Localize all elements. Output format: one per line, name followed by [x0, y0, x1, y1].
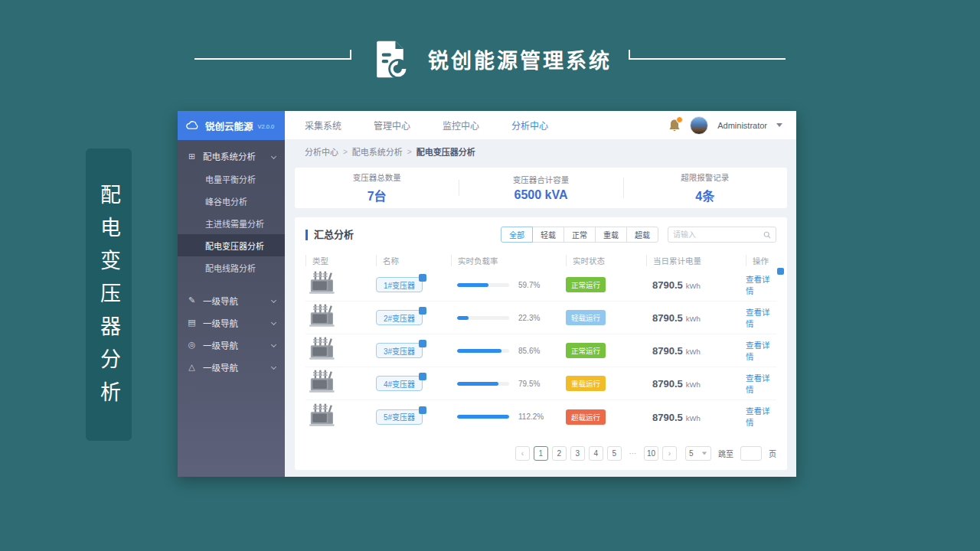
page-banner: 锐创能源管理系统 [0, 32, 980, 86]
view-details-link[interactable]: 查看详情 [746, 306, 776, 329]
sidebar-logo: 锐创云能源 V2.0.0 [178, 111, 285, 140]
notification-bell-icon[interactable] [668, 119, 681, 132]
status-badge: 超载运行 [566, 409, 606, 425]
transformer-name-chip[interactable]: 4#变压器 [376, 376, 423, 391]
energy-value: 8790.5 [652, 412, 683, 423]
chevron-down-icon [702, 452, 707, 455]
vertical-page-label-text: 配电变压器分析 [86, 176, 132, 414]
edit-icon: ✎ [187, 295, 197, 305]
sidebar-nav-4[interactable]: △ 一级导航 [178, 356, 285, 378]
transformer-name-chip[interactable]: 3#变压器 [376, 343, 423, 358]
cloud-icon [185, 120, 201, 131]
energy-value: 8790.5 [652, 279, 683, 291]
sidebar-nav-1[interactable]: ✎ 一级导航 [178, 289, 285, 311]
vertical-page-label: 配电变压器分析 [86, 148, 132, 441]
breadcrumb-item[interactable]: 分析中心 [305, 145, 338, 158]
energy-unit: kWh [686, 380, 701, 389]
main-content: 分析中心 > 配电系统分析 > 配电变压器分析 变压器总数量 7台 变压器合计容… [285, 140, 796, 477]
stat-total-capacity: 变压器合计容量 6500 kVA [459, 174, 622, 202]
col-header-status: 实时状态 [566, 255, 646, 266]
sidebar-item-main-line-demand[interactable]: 主进线需量分析 [178, 212, 285, 234]
search-input[interactable] [673, 230, 763, 239]
chevron-down-icon [271, 364, 276, 370]
page-suffix-label: 页 [769, 448, 776, 459]
check-circle-icon: ◎ [187, 340, 197, 350]
load-percentage: 79.5% [518, 380, 540, 388]
load-percentage: 112.2% [518, 412, 544, 421]
col-header-action: 操作 [746, 255, 776, 266]
col-header-name: 名称 [376, 255, 451, 266]
chart-badge-icon [777, 268, 784, 275]
pagination-page-4[interactable]: 4 [589, 446, 603, 461]
chart-badge-icon [419, 373, 426, 380]
app-window: 锐创云能源 V2.0.0 ⊞ 配电系统分析 电量平衡分析 峰谷电分析 主进线需量… [178, 111, 796, 477]
load-progress-bar [457, 316, 509, 320]
col-header-load: 实时负载率 [451, 255, 566, 266]
tab-monitoring-center[interactable]: 监控中心 [443, 119, 479, 132]
table-row: 1#变压器 59.7% 正常运行 8790.5kWh 查看详情 [305, 269, 776, 302]
table-row: 3#变压器 85.6% 正常运行 8790.5kWh 查看详情 [305, 334, 776, 367]
banner-line-left [194, 58, 351, 60]
col-header-energy: 当日累计电量 [646, 255, 746, 266]
chevron-down-icon [271, 153, 276, 158]
pagination-page-10[interactable]: 10 [644, 446, 658, 461]
breadcrumb-item[interactable]: 配电系统分析 [352, 145, 403, 158]
view-details-link[interactable]: 查看详情 [746, 372, 776, 395]
tab-analysis-center[interactable]: 分析中心 [511, 119, 548, 132]
sidebar-nav-2[interactable]: ▤ 一级导航 [178, 311, 285, 334]
banner-line-right [629, 58, 786, 60]
transformer-image [307, 267, 339, 299]
breadcrumb-separator: > [407, 148, 412, 156]
page-size-select[interactable]: 5 [685, 446, 711, 461]
pagination-page-3[interactable]: 3 [570, 446, 585, 461]
breadcrumb: 分析中心 > 配电系统分析 > 配电变压器分析 [285, 140, 796, 163]
col-header-type: 类型 [305, 255, 376, 266]
energy-value: 8790.5 [652, 312, 683, 324]
pagination-page-1[interactable]: 1 [534, 446, 548, 461]
jump-page-input[interactable] [740, 446, 762, 461]
load-progress-bar [457, 349, 509, 353]
filter-normal[interactable]: 正常 [564, 227, 596, 243]
sidebar-item-peak-valley[interactable]: 峰谷电分析 [178, 190, 285, 212]
breadcrumb-current: 配电变压器分析 [416, 145, 475, 158]
filter-all[interactable]: 全部 [501, 227, 533, 243]
pagination-next-button[interactable]: › [662, 446, 677, 461]
transformer-image [307, 300, 339, 332]
filter-light-load[interactable]: 轻载 [532, 227, 564, 243]
table-row: 5#变压器 112.2% 超载运行 8790.5kWh 查看详情 [305, 400, 776, 433]
view-details-link[interactable]: 查看详情 [746, 339, 776, 362]
stat-transformer-count: 变压器总数量 7台 [295, 171, 459, 204]
view-details-link[interactable]: 查看详情 [746, 273, 776, 296]
avatar[interactable] [690, 116, 708, 135]
user-menu-caret-icon[interactable] [776, 123, 782, 127]
table-row: 4#变压器 79.5% 重载运行 8790.5kWh 查看详情 [305, 367, 776, 400]
pagination-page-5[interactable]: 5 [607, 446, 622, 461]
filter-heavy-load[interactable]: 重载 [595, 227, 627, 243]
sidebar-item-line-analysis[interactable]: 配电线路分析 [178, 256, 285, 279]
sidebar: 锐创云能源 V2.0.0 ⊞ 配电系统分析 电量平衡分析 峰谷电分析 主进线需量… [178, 111, 285, 477]
jump-to-label: 跳至 [718, 448, 733, 459]
transformer-name-chip[interactable]: 1#变压器 [376, 277, 423, 292]
view-details-link[interactable]: 查看详情 [746, 405, 776, 428]
section-title: 汇总分析 [305, 230, 354, 240]
status-badge: 正常运行 [566, 277, 606, 292]
sidebar-logo-text: 锐创云能源 [205, 119, 253, 133]
load-percentage: 85.6% [518, 347, 540, 355]
pagination-prev-button[interactable]: ‹ [515, 446, 530, 461]
sidebar-item-transformer-analysis[interactable]: 配电变压器分析 [178, 234, 285, 256]
transformer-image [307, 399, 339, 432]
sidebar-nav-3[interactable]: ◎ 一级导航 [178, 334, 285, 356]
energy-value: 8790.5 [652, 345, 683, 357]
tab-collection-system[interactable]: 采集系统 [305, 119, 341, 132]
filter-overload[interactable]: 超载 [626, 227, 658, 243]
pagination-page-2[interactable]: 2 [552, 446, 567, 461]
status-badge: 轻载运行 [566, 310, 606, 325]
energy-value: 8790.5 [652, 378, 683, 390]
transformer-name-chip[interactable]: 2#变压器 [376, 310, 423, 325]
sidebar-item-power-balance[interactable]: 电量平衡分析 [178, 168, 285, 190]
sidebar-group-distribution-analysis[interactable]: ⊞ 配电系统分析 [178, 145, 285, 168]
tab-management-center[interactable]: 管理中心 [374, 119, 410, 132]
chevron-down-icon [271, 320, 276, 325]
transformer-name-chip[interactable]: 5#变压器 [376, 409, 423, 425]
search-icon[interactable] [763, 231, 771, 239]
